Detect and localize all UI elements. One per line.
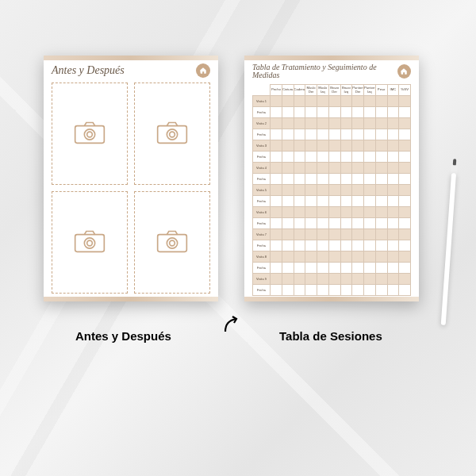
cell[interactable] xyxy=(375,174,387,185)
cell[interactable] xyxy=(305,196,317,207)
cell[interactable] xyxy=(399,96,411,107)
cell[interactable] xyxy=(352,129,364,140)
cell[interactable] xyxy=(364,229,376,240)
cell[interactable] xyxy=(387,218,399,229)
cell[interactable] xyxy=(399,118,411,129)
cell[interactable] xyxy=(340,251,352,263)
cell[interactable] xyxy=(305,185,317,196)
cell[interactable] xyxy=(317,163,329,174)
cell[interactable] xyxy=(364,118,376,129)
home-button[interactable] xyxy=(397,64,411,79)
cell[interactable] xyxy=(282,207,294,218)
cell[interactable] xyxy=(375,240,387,251)
cell[interactable] xyxy=(271,229,282,240)
cell[interactable] xyxy=(328,174,340,185)
cell[interactable] xyxy=(387,152,399,163)
cell[interactable] xyxy=(328,140,340,152)
cell[interactable] xyxy=(305,140,317,152)
photo-slot[interactable] xyxy=(134,191,210,294)
home-button[interactable] xyxy=(196,63,210,78)
cell[interactable] xyxy=(271,263,282,274)
photo-slot[interactable] xyxy=(134,83,210,185)
cell[interactable] xyxy=(340,263,352,274)
cell[interactable] xyxy=(328,163,340,174)
cell[interactable] xyxy=(387,140,399,152)
cell[interactable] xyxy=(364,285,376,296)
cell[interactable] xyxy=(271,185,282,196)
cell[interactable] xyxy=(364,174,376,185)
cell[interactable] xyxy=(399,196,411,207)
cell[interactable] xyxy=(294,274,305,285)
cell[interactable] xyxy=(375,140,387,152)
cell[interactable] xyxy=(294,96,305,107)
cell[interactable] xyxy=(399,229,411,240)
cell[interactable] xyxy=(294,285,305,296)
cell[interactable] xyxy=(317,285,329,296)
cell[interactable] xyxy=(352,96,364,107)
cell[interactable] xyxy=(317,218,329,229)
cell[interactable] xyxy=(340,185,352,196)
cell[interactable] xyxy=(364,196,376,207)
cell[interactable] xyxy=(352,229,364,240)
cell[interactable] xyxy=(271,285,282,296)
cell[interactable] xyxy=(294,107,305,118)
cell[interactable] xyxy=(387,263,399,274)
cell[interactable] xyxy=(375,185,387,196)
cell[interactable] xyxy=(317,274,329,285)
cell[interactable] xyxy=(375,196,387,207)
cell[interactable] xyxy=(282,163,294,174)
cell[interactable] xyxy=(328,251,340,263)
cell[interactable] xyxy=(282,140,294,152)
cell[interactable] xyxy=(352,118,364,129)
cell[interactable] xyxy=(317,263,329,274)
cell[interactable] xyxy=(271,174,282,185)
cell[interactable] xyxy=(340,96,352,107)
cell[interactable] xyxy=(282,274,294,285)
cell[interactable] xyxy=(271,196,282,207)
cell[interactable] xyxy=(294,240,305,251)
cell[interactable] xyxy=(282,285,294,296)
cell[interactable] xyxy=(352,240,364,251)
cell[interactable] xyxy=(375,229,387,240)
cell[interactable] xyxy=(352,185,364,196)
cell[interactable] xyxy=(364,107,376,118)
cell[interactable] xyxy=(282,240,294,251)
cell[interactable] xyxy=(340,229,352,240)
cell[interactable] xyxy=(317,174,329,185)
cell[interactable] xyxy=(340,152,352,163)
cell[interactable] xyxy=(317,140,329,152)
cell[interactable] xyxy=(387,285,399,296)
cell[interactable] xyxy=(328,274,340,285)
cell[interactable] xyxy=(305,263,317,274)
cell[interactable] xyxy=(352,107,364,118)
cell[interactable] xyxy=(364,263,376,274)
cell[interactable] xyxy=(364,274,376,285)
cell[interactable] xyxy=(305,251,317,263)
cell[interactable] xyxy=(375,274,387,285)
cell[interactable] xyxy=(387,251,399,263)
cell[interactable] xyxy=(282,118,294,129)
cell[interactable] xyxy=(364,96,376,107)
cell[interactable] xyxy=(305,285,317,296)
cell[interactable] xyxy=(294,174,305,185)
cell[interactable] xyxy=(387,96,399,107)
cell[interactable] xyxy=(375,251,387,263)
cell[interactable] xyxy=(399,140,411,152)
cell[interactable] xyxy=(282,263,294,274)
cell[interactable] xyxy=(387,274,399,285)
cell[interactable] xyxy=(317,107,329,118)
cell[interactable] xyxy=(271,240,282,251)
cell[interactable] xyxy=(282,251,294,263)
cell[interactable] xyxy=(328,207,340,218)
cell[interactable] xyxy=(317,185,329,196)
cell[interactable] xyxy=(399,263,411,274)
cell[interactable] xyxy=(375,118,387,129)
cell[interactable] xyxy=(375,285,387,296)
cell[interactable] xyxy=(294,251,305,263)
cell[interactable] xyxy=(328,285,340,296)
cell[interactable] xyxy=(364,251,376,263)
cell[interactable] xyxy=(271,274,282,285)
cell[interactable] xyxy=(317,229,329,240)
cell[interactable] xyxy=(282,152,294,163)
cell[interactable] xyxy=(305,163,317,174)
